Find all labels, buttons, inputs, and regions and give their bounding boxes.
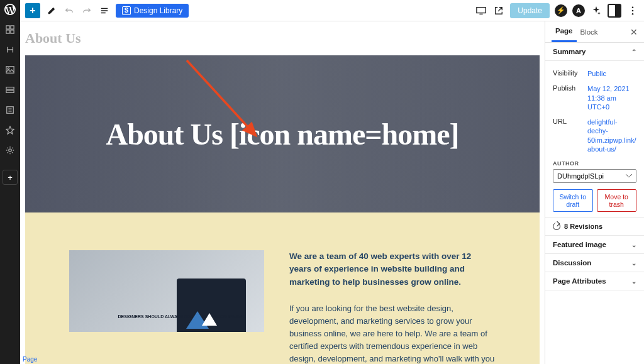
visibility-label: Visibility xyxy=(553,69,587,78)
chevron-down-icon: ⌄ xyxy=(631,241,636,248)
move-to-trash-button[interactable]: Move to trash xyxy=(597,189,637,212)
ai-sparkle-icon[interactable] xyxy=(590,4,602,17)
revisions-icon xyxy=(553,223,560,230)
responsive-preview-icon[interactable] xyxy=(475,4,487,17)
hero-section[interactable]: About Us [icon name=home] xyxy=(25,55,540,212)
external-preview-icon[interactable] xyxy=(492,4,505,17)
hero-heading[interactable]: About Us [icon name=home] xyxy=(106,117,458,152)
astra-icon[interactable]: A xyxy=(572,4,585,17)
page-title-label: About Us xyxy=(25,26,540,55)
editor-canvas[interactable]: About Us About Us [icon name=home] xyxy=(20,21,545,364)
rail-form-icon[interactable] xyxy=(4,104,16,116)
chevron-down-icon: ⌄ xyxy=(631,278,636,285)
design-library-label: Design Library xyxy=(134,6,182,15)
admin-rail: + xyxy=(0,0,20,364)
url-value[interactable]: delightful-dechy-50im.zipwp.link/about-u… xyxy=(587,118,636,153)
discussion-panel[interactable]: Discussion ⌄ xyxy=(545,254,644,272)
options-menu-icon[interactable] xyxy=(626,4,639,17)
block-inserter-button[interactable]: + xyxy=(25,3,40,18)
featured-image-panel[interactable]: Featured image ⌄ xyxy=(545,236,644,254)
document-overview-icon[interactable] xyxy=(98,4,111,17)
url-label: URL xyxy=(553,118,587,153)
rail-block-icon[interactable] xyxy=(4,24,16,35)
breadcrumb[interactable]: Page xyxy=(23,356,37,363)
wordpress-logo-icon[interactable] xyxy=(4,4,16,15)
svg-rect-7 xyxy=(6,91,14,93)
close-sidebar-icon[interactable]: ✕ xyxy=(630,27,638,37)
author-select[interactable]: DUhmgdplSLpi xyxy=(553,169,636,183)
update-button[interactable]: Update xyxy=(510,3,550,18)
chevron-up-icon: ⌃ xyxy=(631,48,636,55)
svg-rect-4 xyxy=(6,67,14,74)
visibility-value[interactable]: Public xyxy=(587,69,636,78)
author-heading: AUTHOR xyxy=(553,160,636,167)
rail-heading-icon[interactable] xyxy=(4,44,16,55)
rail-spectra-icon[interactable] xyxy=(4,124,16,136)
summary-panel-body: Visibility Public Publish May 12, 2021 1… xyxy=(545,61,644,218)
tab-block[interactable]: Block xyxy=(577,21,602,42)
svg-rect-6 xyxy=(6,87,14,90)
svg-rect-2 xyxy=(6,30,9,33)
svg-point-11 xyxy=(632,6,634,8)
team-image-placeholder: DESIGNERS SHOULD ALWAYS KEEP THEIR USERS… xyxy=(69,250,264,332)
svg-rect-1 xyxy=(11,26,14,29)
intro-body-text[interactable]: If you are looking for the best website … xyxy=(289,302,496,364)
jetpack-icon[interactable]: ⚡ xyxy=(555,4,567,17)
intro-lead-text[interactable]: We are a team of 40 web experts with ove… xyxy=(289,250,496,289)
chevron-down-icon: ⌄ xyxy=(631,260,636,267)
spectra-logo-icon: S xyxy=(122,6,131,15)
editor-topbar: + S Design Library Update ⚡ A xyxy=(20,0,644,21)
tab-page[interactable]: Page xyxy=(552,21,577,42)
switch-to-draft-button[interactable]: Switch to draft xyxy=(553,189,593,212)
settings-sidebar: Page Block ✕ Summary ⌃ Visibility Public… xyxy=(545,21,644,364)
publish-value[interactable]: May 12, 2021 11:38 am UTC+0 xyxy=(587,84,636,111)
svg-point-12 xyxy=(632,9,634,11)
page-attributes-panel[interactable]: Page Attributes ⌄ xyxy=(545,272,644,290)
publish-label: Publish xyxy=(553,84,587,111)
edit-tool-icon[interactable] xyxy=(45,4,58,17)
summary-panel-header[interactable]: Summary ⌃ xyxy=(545,43,644,61)
svg-rect-8 xyxy=(7,107,14,114)
svg-point-13 xyxy=(632,13,634,14)
rail-container-icon[interactable] xyxy=(4,84,16,96)
rail-settings-icon[interactable] xyxy=(4,145,16,156)
redo-icon[interactable] xyxy=(80,4,93,17)
svg-rect-10 xyxy=(477,7,486,13)
about-intro-section[interactable]: DESIGNERS SHOULD ALWAYS KEEP THEIR USERS… xyxy=(25,212,540,364)
settings-panel-toggle-icon[interactable] xyxy=(608,4,621,18)
design-library-button[interactable]: S Design Library xyxy=(116,4,189,18)
svg-rect-0 xyxy=(6,26,9,29)
revisions-link[interactable]: 8 Revisions xyxy=(545,218,644,236)
sidebar-tabs: Page Block ✕ xyxy=(545,21,644,43)
undo-icon[interactable] xyxy=(63,4,75,17)
rail-image-icon[interactable] xyxy=(4,64,16,75)
rail-add-button[interactable]: + xyxy=(3,170,18,185)
svg-point-9 xyxy=(9,149,11,152)
svg-rect-3 xyxy=(11,30,14,33)
